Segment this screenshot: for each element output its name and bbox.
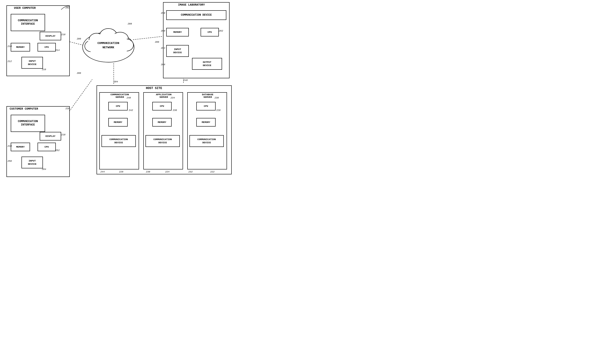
- ref-214: 214: [55, 49, 60, 52]
- app-server-comm-device: COMMUNICATIONDEVICE: [145, 135, 180, 147]
- db-server-cpu: CPU: [196, 102, 216, 110]
- imagelab-memory: MEMORY: [166, 28, 189, 36]
- network-cloud: COMMUNICATION NETWORK: [79, 21, 137, 66]
- customer-computer-label: CUSTOMER COMPUTER: [10, 107, 38, 110]
- ref-222: 222: [210, 171, 215, 173]
- ref-204: 204: [114, 80, 118, 83]
- ref-262: 262: [219, 30, 223, 32]
- ref-210: 210: [8, 45, 12, 48]
- imagelab-input-device: INPUTDEVICE: [166, 45, 189, 57]
- db-server-label: DATABASESERVER: [191, 93, 225, 98]
- imagelab-cpu: CPU: [201, 28, 219, 36]
- user-display: DISPLAY: [40, 32, 61, 40]
- ref-218a: 218: [61, 33, 65, 36]
- customer-comm-interface: COMMUNICATIONINTERFACE: [11, 115, 45, 132]
- ref-228: 228: [216, 109, 221, 112]
- ref-258: 258: [161, 12, 165, 14]
- ref-250: 250: [8, 160, 12, 162]
- ref-264a: 264: [161, 47, 165, 49]
- user-input-device: INPUTDEVICE: [22, 57, 43, 69]
- user-comm-interface: COMMUNICATIONINTERFACE: [11, 14, 45, 31]
- ref-240: 240: [127, 96, 131, 99]
- image-lab-label: IMAGE LABORATORY: [178, 3, 205, 6]
- comm-server-comm-device: COMMUNICATIONDEVICE: [101, 135, 136, 147]
- comm-server-label: COMMUNICATIONSERVER: [103, 93, 137, 98]
- db-server-comm-device: COMMUNICATIONDEVICE: [189, 135, 224, 147]
- ref-206a: 206: [77, 38, 81, 40]
- ref-206c: 206: [77, 72, 81, 75]
- customer-memory: MEMORY: [11, 143, 30, 151]
- svg-point-34: [87, 33, 130, 57]
- app-server-label: APPLICATIONSERVER: [147, 93, 181, 98]
- ref-264b: 264: [42, 168, 46, 171]
- ref-244: 244: [100, 171, 105, 173]
- ref-208: 208: [128, 22, 132, 25]
- ref-242: 242: [129, 109, 133, 112]
- ref-236: 236: [173, 109, 177, 112]
- ref-220: 220: [65, 107, 70, 110]
- ref-226: 226: [119, 171, 123, 173]
- app-server-memory: MEMORY: [152, 118, 172, 127]
- comm-server-cpu: CPU: [108, 102, 128, 110]
- imagelab-output-device: OUTPUTDEVICE: [192, 58, 222, 70]
- ref-212: 212: [8, 60, 12, 63]
- ref-230: 230: [215, 96, 219, 99]
- customer-input-device: INPUTDEVICE: [22, 157, 43, 168]
- db-server-memory: MEMORY: [196, 118, 216, 127]
- leader-202: [60, 4, 71, 11]
- ref-234: 234: [171, 96, 175, 99]
- ref-246: 246: [183, 79, 188, 82]
- user-memory: MEMORY: [11, 43, 30, 52]
- diagram: USER COMPUTER 202 COMMUNICATIONINTERFACE…: [0, 0, 301, 182]
- ref-248: 248: [8, 145, 12, 147]
- user-cpu: CPU: [38, 43, 56, 52]
- ref-260: 260: [161, 30, 165, 32]
- host-site-label: HOST SITE: [146, 86, 162, 90]
- ref-216: 216: [42, 68, 46, 71]
- ref-218b: 218: [61, 133, 65, 136]
- customer-display: DISPLAY: [40, 132, 61, 140]
- ref-232: 232: [188, 171, 193, 173]
- ref-266: 266: [161, 63, 165, 66]
- ref-206b: 206: [155, 41, 159, 43]
- imagelab-comm-device: COMMUNICATION DEVICE: [166, 10, 226, 20]
- user-computer-label: USER COMPUTER: [14, 6, 36, 10]
- svg-text:COMMUNICATION: COMMUNICATION: [97, 42, 119, 45]
- svg-line-6: [133, 36, 162, 40]
- comm-server-memory: MEMORY: [108, 118, 128, 127]
- svg-text:NETWORK: NETWORK: [103, 46, 114, 49]
- ref-238: 238: [146, 171, 150, 173]
- customer-cpu: CPU: [38, 143, 56, 151]
- ref-252: 252: [55, 149, 60, 152]
- ref-224: 224: [165, 171, 170, 173]
- app-server-cpu: CPU: [152, 102, 172, 110]
